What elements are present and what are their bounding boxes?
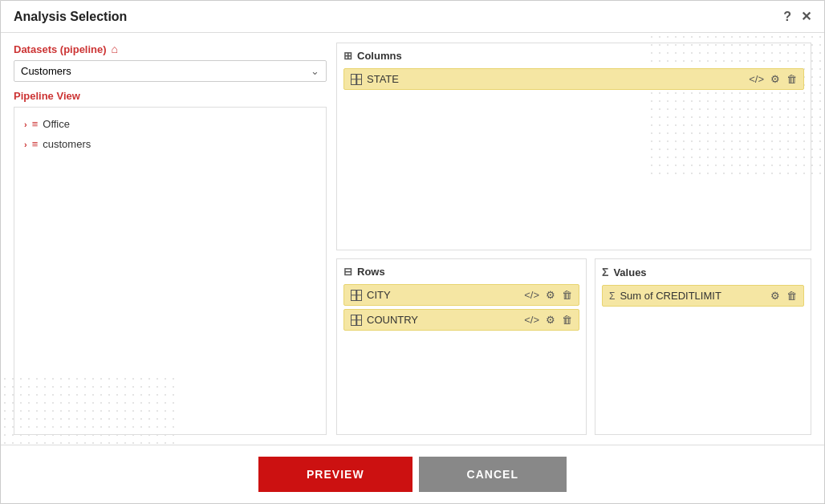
- home-icon[interactable]: ⌂: [112, 43, 118, 55]
- sigma-icon: Σ: [609, 291, 615, 302]
- tree-item-label: Office: [43, 118, 70, 130]
- tree-item-office[interactable]: › ≡ Office: [18, 114, 323, 134]
- row-field-city: CITY </> ⚙ 🗑: [343, 284, 579, 306]
- close-button[interactable]: ✕: [801, 9, 811, 24]
- tree-item-customers[interactable]: › ≡ customers: [18, 134, 323, 154]
- values-header: Σ Values: [602, 266, 804, 278]
- right-panel: ⊞ Columns STATE </> ⚙ 🗑: [336, 43, 811, 435]
- bottom-row: ⊟ Rows CITY </> ⚙ 🗑: [336, 258, 811, 435]
- datasets-text: Datasets (pipeline): [14, 43, 107, 55]
- table-icon: [351, 315, 362, 326]
- value-field-creditlimit: Σ Sum of CREDITLIMIT ⚙ 🗑: [602, 285, 804, 307]
- tree-item-label: customers: [43, 138, 91, 150]
- field-name: COUNTRY: [367, 314, 418, 326]
- gear-icon[interactable]: ⚙: [770, 73, 780, 85]
- datasets-dropdown[interactable]: Customers ⌄: [14, 60, 327, 82]
- field-name: STATE: [367, 73, 399, 85]
- rows-section: ⊟ Rows CITY </> ⚙ 🗑: [336, 258, 587, 435]
- sigma-icon: Σ: [602, 266, 608, 278]
- field-item-left: STATE: [351, 73, 399, 85]
- gear-icon[interactable]: ⚙: [546, 289, 555, 301]
- delete-icon[interactable]: 🗑: [786, 73, 797, 85]
- delete-icon[interactable]: 🗑: [786, 290, 797, 302]
- pipeline-label: Pipeline View: [14, 90, 327, 102]
- field-item-left: CITY: [351, 289, 391, 301]
- delete-icon[interactable]: 🗑: [562, 314, 572, 326]
- column-field-state: STATE </> ⚙ 🗑: [343, 68, 804, 90]
- cancel-button[interactable]: CANCEL: [419, 457, 567, 492]
- main-content: Datasets (pipeline) ⌂ Customers ⌄ Pipeli…: [1, 33, 824, 445]
- code-icon[interactable]: </>: [524, 289, 539, 301]
- columns-label: Columns: [357, 50, 402, 62]
- field-item-left: COUNTRY: [351, 314, 418, 326]
- values-label: Values: [613, 266, 646, 278]
- chevron-right-icon: ›: [24, 140, 27, 149]
- dialog-title: Analysis Selection: [14, 10, 127, 24]
- code-icon[interactable]: </>: [524, 314, 539, 326]
- field-item-left: Σ Sum of CREDITLIMIT: [609, 290, 721, 302]
- field-item-right: </> ⚙ 🗑: [524, 289, 572, 301]
- rows-header: ⊟ Rows: [343, 266, 579, 278]
- footer: PREVIEW CANCEL: [1, 445, 824, 503]
- values-section: Σ Values Σ Sum of CREDITLIMIT ⚙ 🗑: [595, 258, 811, 435]
- field-item-right: ⚙ 🗑: [770, 290, 797, 302]
- analysis-selection-dialog: Analysis Selection ? ✕ Datasets (pipelin…: [0, 0, 825, 504]
- field-item-right: </> ⚙ 🗑: [524, 314, 572, 326]
- rows-label: Rows: [357, 266, 385, 278]
- rows-icon: ⊟: [343, 266, 352, 278]
- field-name: Sum of CREDITLIMIT: [620, 290, 721, 302]
- lines-icon: ≡: [32, 118, 39, 130]
- help-button[interactable]: ?: [783, 10, 791, 24]
- tree-container: › ≡ Office › ≡ customers: [14, 107, 327, 435]
- field-name: CITY: [367, 289, 391, 301]
- columns-header: ⊞ Columns: [343, 50, 804, 62]
- row-field-country: COUNTRY </> ⚙ 🗑: [343, 309, 579, 331]
- columns-icon: ⊞: [343, 50, 352, 62]
- field-item-right: </> ⚙ 🗑: [749, 73, 797, 85]
- dropdown-value: Customers: [21, 65, 71, 77]
- preview-button[interactable]: PREVIEW: [258, 457, 412, 492]
- code-icon[interactable]: </>: [749, 73, 764, 85]
- table-icon: [351, 290, 362, 301]
- title-bar-actions: ? ✕: [783, 9, 811, 24]
- chevron-down-icon: ⌄: [311, 65, 319, 77]
- lines-icon: ≡: [32, 138, 39, 150]
- datasets-label: Datasets (pipeline) ⌂: [14, 43, 327, 55]
- left-panel: Datasets (pipeline) ⌂ Customers ⌄ Pipeli…: [14, 43, 327, 435]
- columns-section: ⊞ Columns STATE </> ⚙ 🗑: [336, 43, 811, 250]
- gear-icon[interactable]: ⚙: [546, 314, 555, 326]
- title-bar: Analysis Selection ? ✕: [1, 1, 824, 33]
- chevron-right-icon: ›: [24, 120, 27, 129]
- delete-icon[interactable]: 🗑: [562, 289, 572, 301]
- gear-icon[interactable]: ⚙: [770, 290, 780, 302]
- table-icon: [351, 74, 362, 85]
